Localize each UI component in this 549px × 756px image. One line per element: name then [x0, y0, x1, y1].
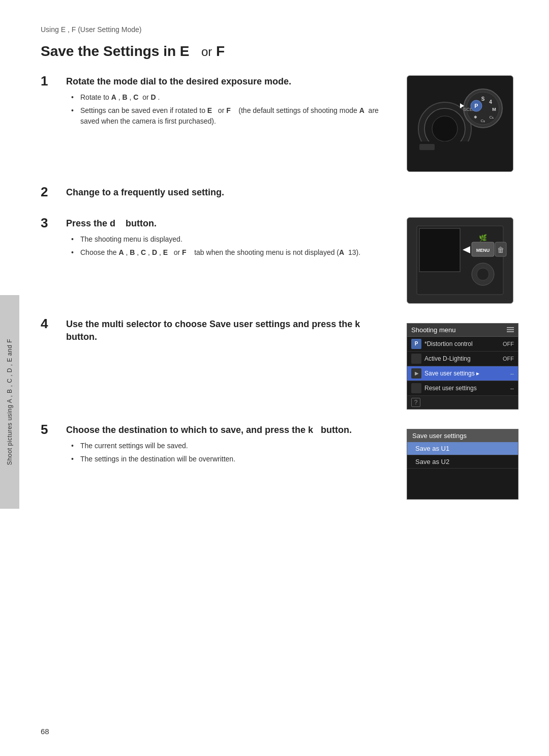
- menu-row-icon-arrow: ▶: [411, 368, 421, 379]
- svg-point-3: [432, 116, 458, 141]
- menu-row-icon-empty1: [411, 354, 421, 364]
- menu-bottom: ?: [407, 396, 518, 409]
- menu-row-label-save: Save user settings ▸: [424, 370, 510, 377]
- step-1-image: S 4 M C₁ C₂ ✱ SCENE P: [407, 75, 518, 172]
- menu-row-label-distortion: *Distortion control: [424, 340, 503, 347]
- step-3-body: Press the d button. The shooting menu is…: [66, 217, 391, 260]
- menu-row-value-reset: --: [510, 385, 514, 391]
- menu-row-dlighting: Active D-Lighting OFF: [407, 352, 518, 366]
- step-1-bullets: Rotate to A , B , C or D . Settings can …: [71, 92, 391, 127]
- menu-header: Shooting menu: [407, 324, 518, 337]
- save-as-u2-row: Save as U2: [407, 455, 518, 469]
- camera-back-image: MENU 🗑 🌿: [407, 217, 513, 304]
- svg-rect-20: [419, 228, 460, 272]
- save-as-u1-label: Save as U1: [415, 445, 449, 452]
- menu-row-value-save: --: [510, 370, 514, 376]
- step-5-body: Choose the destination to which to save,…: [66, 424, 386, 467]
- save-as-u1-row: Save as U1: [407, 442, 518, 455]
- svg-rect-17: [419, 144, 435, 150]
- svg-text:S: S: [481, 96, 485, 102]
- svg-text:4: 4: [489, 99, 492, 105]
- step-5-bullet-2: The settings in the destination will be …: [71, 454, 386, 464]
- page-title-text: Save the Settings in E or F: [41, 43, 225, 59]
- menu-row-icon-p: P: [411, 339, 421, 349]
- step-3-bullet-2: Choose the A , B , C , D , E or F tab wh…: [71, 247, 391, 258]
- step-5-bullet-1: The current settings will be saved.: [71, 441, 386, 451]
- svg-text:C₂: C₂: [481, 119, 485, 123]
- menu-icon-lines: [507, 327, 514, 332]
- step-1-title: Rotate the mode dial to the desired expo…: [66, 75, 391, 88]
- menu-icon-line-2: [507, 329, 514, 330]
- save-menu-padding: [407, 469, 518, 499]
- step-1-bullet-1: Rotate to A , B , C or D .: [71, 92, 391, 103]
- step-4-menu: Shooting menu P *Distortion control OFF: [407, 318, 518, 410]
- save-settings-header: Save user settings: [407, 429, 518, 442]
- breadcrumb: Using E , F (User Setting Mode): [41, 20, 518, 34]
- menu-row-icon-empty2: [411, 383, 421, 393]
- step-1-number: 1: [41, 73, 66, 89]
- svg-text:✱: ✱: [474, 115, 477, 120]
- menu-icon-line-3: [507, 331, 514, 332]
- menu-row-value-dlighting: OFF: [503, 356, 514, 362]
- step-2-content: Change to a frequently used setting.: [66, 186, 518, 203]
- step-3-bullets: The shooting menu is displayed. Choose t…: [71, 234, 391, 258]
- step-4-content: 4 Use the multi selector to choose Save …: [41, 318, 386, 410]
- menu-row-save: ▶ Save user settings ▸ --: [407, 366, 518, 381]
- svg-text:M: M: [492, 107, 496, 112]
- shooting-menu-box: Shooting menu P *Distortion control OFF: [407, 323, 518, 410]
- save-as-u2-label: Save as U2: [415, 458, 449, 466]
- step-4-number: 4: [41, 316, 66, 332]
- menu-row-reset: Reset user settings --: [407, 381, 518, 396]
- step-4-body: Use the multi selector to choose Save us…: [66, 318, 386, 347]
- camera-dial-image: S 4 M C₁ C₂ ✱ SCENE P: [407, 75, 513, 172]
- step-1-bullet-2: Settings can be saved even if rotated to…: [71, 105, 391, 127]
- svg-text:🌿: 🌿: [479, 234, 487, 242]
- step-5-title: Choose the destination to which to save,…: [66, 424, 386, 437]
- menu-row-distortion: P *Distortion control OFF: [407, 337, 518, 352]
- step-5-content: 5 Choose the destination to which to sav…: [41, 424, 386, 500]
- step-4: 4 Use the multi selector to choose Save …: [41, 318, 518, 410]
- step-2-title: Change to a frequently used setting.: [66, 186, 518, 199]
- side-tab: Shoot pictures using A , B , C , D , E a…: [0, 295, 19, 509]
- menu-question-icon: ?: [411, 398, 420, 407]
- step-5: 5 Choose the destination to which to sav…: [41, 424, 518, 500]
- page-number: 68: [41, 727, 49, 736]
- dial-svg: S 4 M C₁ C₂ ✱ SCENE P: [414, 80, 506, 167]
- step-3-bullet-1: The shooting menu is displayed.: [71, 234, 391, 245]
- step-1-body: Rotate the mode dial to the desired expo…: [66, 75, 391, 129]
- page-title: Save the Settings in E or F: [41, 43, 518, 60]
- step-1: 1 Rotate the mode dial to the desired ex…: [41, 75, 518, 172]
- menu-row-label-reset: Reset user settings: [424, 385, 510, 392]
- side-tab-text: Shoot pictures using A , B , C , D , E a…: [6, 339, 13, 465]
- menu-icon-line-1: [507, 327, 514, 328]
- step-1-content: 1 Rotate the mode dial to the desired ex…: [41, 75, 391, 129]
- step-3-content: 3 Press the d button. The shooting menu …: [41, 217, 391, 260]
- step-2-number: 2: [41, 184, 66, 200]
- step-2: 2 Change to a frequently used setting.: [41, 186, 518, 203]
- svg-text:MENU: MENU: [476, 248, 490, 253]
- menu-row-value-distortion: OFF: [503, 341, 514, 347]
- step-5-number: 5: [41, 422, 66, 438]
- step-4-title: Use the multi selector to choose Save us…: [66, 318, 386, 343]
- svg-text:P: P: [474, 103, 478, 109]
- menu-row-label-dlighting: Active D-Lighting: [424, 355, 503, 362]
- step-3-title: Press the d button.: [66, 217, 391, 230]
- step-3: 3 Press the d button. The shooting menu …: [41, 217, 518, 304]
- page-container: Shoot pictures using A , B , C , D , E a…: [0, 0, 549, 756]
- step-3-image: MENU 🗑 🌿: [407, 217, 518, 304]
- svg-point-27: [477, 268, 489, 280]
- svg-text:🗑: 🗑: [497, 246, 504, 254]
- camera-back-svg: MENU 🗑 🌿: [412, 221, 508, 300]
- step-5-bullets: The current settings will be saved. The …: [71, 441, 386, 464]
- step-5-menu: Save user settings Save as U1 Save as U2: [407, 424, 518, 500]
- svg-text:C₁: C₁: [490, 115, 494, 120]
- save-settings-box: Save user settings Save as U1 Save as U2: [407, 429, 518, 500]
- menu-header-title: Shooting menu: [411, 326, 455, 334]
- step-3-number: 3: [41, 215, 66, 231]
